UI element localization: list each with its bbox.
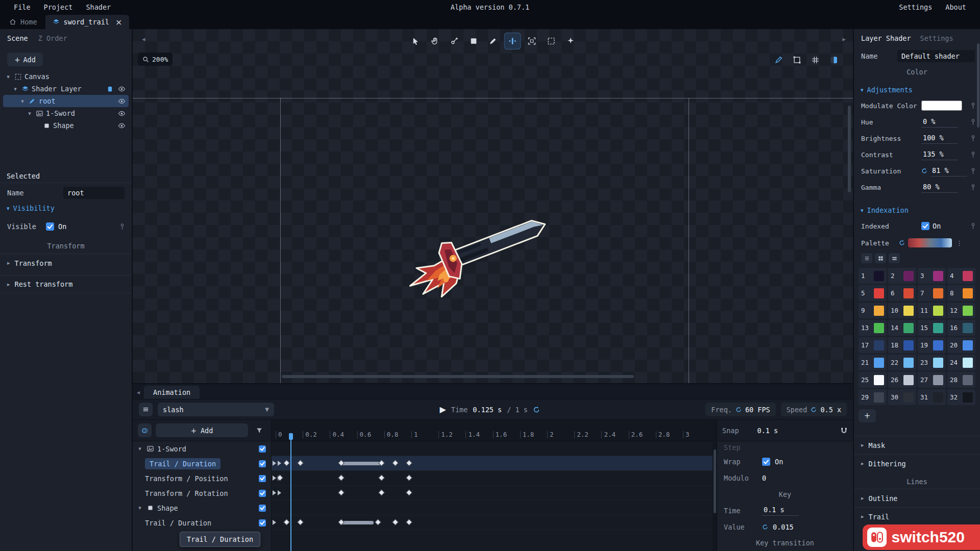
palette-cell-13[interactable]: 13 [859,320,887,336]
menu-settings[interactable]: Settings [892,3,939,11]
collapse-left-icon[interactable]: ◂ [137,389,140,396]
grid-icon[interactable] [809,54,821,66]
keyframe[interactable] [283,519,290,525]
track-transform-position-2[interactable]: Transform / Position [133,471,271,486]
keyframe-bar[interactable] [341,462,382,465]
split-view-icon[interactable] [827,54,840,66]
collapse-right-icon[interactable]: ▸ [842,35,846,43]
caret-down-icon[interactable]: ▾ [137,445,143,452]
palette-cell-12[interactable]: 12 [947,303,975,318]
marquee-tool[interactable] [543,33,559,49]
eye-icon[interactable] [118,110,126,117]
palette-cell-1[interactable]: 1 [859,268,887,284]
track-trail-duration-5[interactable]: Trail / Duration [133,515,271,530]
track-keys-1[interactable] [272,456,713,471]
palette-cell-5[interactable]: 5 [859,285,887,301]
reset-icon[interactable] [762,524,768,530]
tree-item-shader-layer[interactable]: ▾Shader Layer [3,83,129,95]
track-checkbox[interactable] [259,519,266,527]
palette-cell-11[interactable]: 11 [918,303,946,318]
loop-icon[interactable] [533,406,540,413]
reset-icon[interactable] [736,407,742,413]
zoom-control[interactable]: 200% [138,53,173,66]
collapse-left-icon[interactable]: ◂ [142,35,145,43]
speed-control[interactable]: Speed 0.5 x [781,403,847,416]
animate-node-icon[interactable] [971,135,975,142]
track-checkbox[interactable] [259,490,266,497]
palette-cell-30[interactable]: 30 [888,389,916,405]
tree-item-1-sword[interactable]: ▾1-Sword [3,107,129,119]
time-input[interactable]: 0.125 s [473,406,502,414]
palette-cell-31[interactable]: 31 [918,389,946,405]
palette-cell-10[interactable]: 10 [888,303,916,318]
more-options-icon[interactable]: ⋮ [956,239,963,247]
magnet-icon[interactable] [840,427,848,434]
visible-checkbox[interactable] [46,222,54,231]
shape-tool[interactable] [465,33,482,49]
outline-section[interactable]: ▸ Outline [854,489,980,507]
transform-tool[interactable] [523,33,540,49]
reset-icon[interactable] [899,240,905,246]
track-trail-duration-1[interactable]: Trail / Duration [133,456,271,471]
palette-cell-7[interactable]: 7 [918,285,946,301]
key-time-input[interactable]: 0.1 s [762,505,799,516]
keyframe[interactable] [406,519,412,525]
track-keys-2[interactable] [272,471,713,486]
tab-z-order[interactable]: Z Order [38,34,67,42]
caret-down-icon[interactable]: ▾ [5,73,11,80]
timeline[interactable]: 00.20.40.60.811.21.41.61.822.22.42.62.83 [272,420,713,551]
track-keys-4[interactable] [272,500,713,515]
modulo-input[interactable]: 0 [762,474,766,482]
keyframe[interactable] [379,489,385,496]
animate-node-icon[interactable] [971,102,975,110]
saturation-input[interactable]: 81 % [930,166,967,177]
keyframe[interactable] [406,489,412,496]
caret-down-icon[interactable]: ▾ [137,505,143,511]
palette-cell-21[interactable]: 21 [859,355,887,370]
playhead[interactable] [290,434,291,551]
keyframe[interactable] [283,460,290,466]
caret-down-icon[interactable]: ▾ [19,98,26,105]
tab-animation[interactable]: Animation [144,386,200,399]
freq-control[interactable]: Freq. 60 FPS [705,403,775,416]
adjustments-section-header[interactable]: ▾ Adjustments [854,82,980,97]
guide-tool[interactable] [504,33,521,49]
menu-project[interactable]: Project [37,3,80,11]
brightness-input[interactable]: 100 % [921,133,958,144]
animate-node-icon[interactable] [120,223,125,231]
palette-cell-17[interactable]: 17 [859,337,887,353]
palette-cell-15[interactable]: 15 [918,320,946,336]
contrast-input[interactable]: 135 % [921,149,958,160]
palette-cell-25[interactable]: 25 [859,372,887,388]
palette-cell-24[interactable]: 24 [947,355,975,370]
tab-sword-trail[interactable]: sword_trail × [45,15,130,29]
canvas-hscrollbar[interactable] [282,375,634,378]
name-input[interactable]: root [63,187,125,199]
draw-tool[interactable] [484,33,501,49]
palette-cell-14[interactable]: 14 [888,320,916,336]
anim-menu-button[interactable] [139,403,153,416]
pen-icon[interactable] [772,54,785,66]
animate-node-icon[interactable] [971,167,975,175]
palette-cell-18[interactable]: 18 [888,337,916,353]
play-button[interactable]: ▶ [439,405,446,414]
timeline-scrollbar[interactable] [714,449,716,513]
clip-select[interactable]: slash ▼ [158,403,274,416]
palette-cell-9[interactable]: 9 [859,303,887,318]
palette-cell-27[interactable]: 27 [918,372,946,388]
dithering-section[interactable]: ▸ Dithering [854,454,980,472]
palette-cell-28[interactable]: 28 [947,372,975,388]
palette-cell-16[interactable]: 16 [947,320,975,336]
hue-input[interactable]: 0 % [921,117,958,128]
palette-cell-6[interactable]: 6 [888,285,916,301]
keyframe[interactable] [297,519,304,525]
palette-cell-4[interactable]: 4 [947,268,975,284]
reset-icon[interactable] [811,407,817,413]
tab-home[interactable]: Home [2,15,44,29]
palette-cell-26[interactable]: 26 [888,372,916,388]
palette-cell-23[interactable]: 23 [918,355,946,370]
animate-node-icon[interactable] [971,222,975,230]
track-checkbox[interactable] [259,475,266,482]
palette-cell-2[interactable]: 2 [888,268,916,284]
shader-name-input[interactable]: Default shader [897,50,975,62]
